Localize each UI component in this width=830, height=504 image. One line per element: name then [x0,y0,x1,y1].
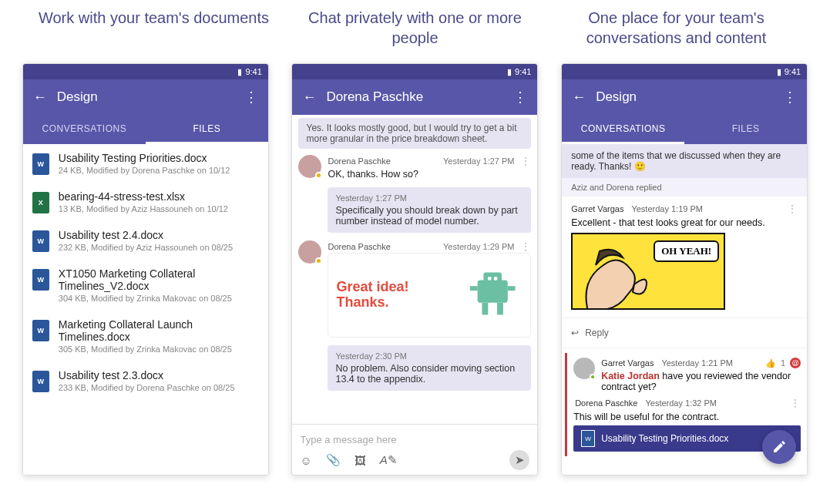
word-icon: W [32,371,49,392]
appbar-title: Design [49,89,242,105]
image-button[interactable]: 🖼 [355,454,366,467]
message-more-button[interactable]: ⋮ [520,240,531,253]
message-timestamp: Yesterday 2:30 PM [335,351,523,361]
back-button[interactable]: ← [31,89,49,106]
file-meta: 232 KB, Modified by Aziz Hassouneh on 08… [59,243,233,252]
word-icon: W [32,320,49,341]
battery-icon: ▮ [507,67,512,77]
compose-bar: Type a message here ☺ 📎 🖼 A✎ ➤ [292,424,537,475]
file-meta: 13 KB, Modified by Aziz Hassouneh on 10/… [59,204,228,213]
message-row[interactable]: Dorena Paschke Yesterday 1:29 PM ⋮ Great… [298,240,531,338]
presence-away-icon [315,257,322,264]
mention[interactable]: Katie Jordan [601,371,660,381]
post-timestamp: Yesterday 1:19 PM [631,204,703,213]
avatar [573,358,595,379]
message-self[interactable]: Yesterday 1:27 PM Specifically you shoul… [328,187,531,233]
divider [562,348,807,348]
phone-conversations: ▮ 9:41 ← Design ⋮ CONVERSATIONS FILES so… [561,63,808,475]
quoted-message: some of the items that we discussed when… [562,144,807,178]
more-menu-button[interactable]: ⋮ [242,89,260,106]
emoji-button[interactable]: ☺ [300,454,311,467]
avatar [298,155,321,178]
new-post-fab[interactable] [762,430,796,464]
file-meta: 24 KB, Modified by Dorena Paschke on 10/… [59,166,230,175]
message-row[interactable]: Dorena Paschke Yesterday 1:27 PM ⋮ OK, t… [298,155,531,180]
message-partial: Yes. It looks mostly good, but I would t… [298,118,531,149]
tab-conversations[interactable]: CONVERSATIONS [562,115,684,144]
status-bar: ▮ 9:41 [292,64,537,79]
message-self[interactable]: Yesterday 2:30 PM No problem. Also consi… [328,345,531,391]
chat-scroll[interactable]: Yes. It looks mostly good, but I would t… [292,115,537,424]
message-body: Specifically you should break down by pa… [335,205,523,227]
file-name: Usability Testing Priorities.docx [59,152,230,164]
tab-files[interactable]: FILES [146,115,268,144]
send-button[interactable]: ➤ [509,450,529,470]
file-meta: 233 KB, Modified by Dorena Paschke on 08… [59,383,235,392]
battery-icon: ▮ [237,67,242,77]
thread-message[interactable]: Garret Vargas Yesterday 1:21 PM 👍 1 @ Ka… [573,358,801,392]
file-name: Usability test 2.3.docx [59,369,235,381]
app-bar: ← Dorena Paschke ⋮ [292,79,537,115]
conversation-scroll[interactable]: some of the items that we discussed when… [562,144,807,475]
more-menu-button[interactable]: ⋮ [511,89,529,106]
file-name: Marketing Collateral Launch Timelines.do… [59,318,259,343]
back-button[interactable]: ← [570,89,588,106]
attach-button[interactable]: 📎 [326,453,341,467]
word-icon: W [32,153,49,175]
message-author: Dorena Paschke [328,242,390,251]
app-bar: ← Design ⋮ [562,79,807,115]
file-name: Usability test 2.4.docx [59,229,233,241]
message-body: OK, thanks. How so? [328,169,531,180]
status-bar: ▮ 9:41 [23,64,268,79]
svg-rect-6 [482,303,489,315]
meme-image: OH YEAH! [571,233,725,310]
tab-conversations[interactable]: CONVERSATIONS [23,115,146,144]
tab-files[interactable]: FILES [684,115,807,144]
compose-input[interactable]: Type a message here [300,429,529,450]
attachment-name: Usability Testing Priorities.docx [601,433,728,444]
file-row[interactable]: W Usability test 2.3.docx 233 KB, Modifi… [23,361,268,400]
file-row[interactable]: W Usability test 2.4.docx 232 KB, Modifi… [23,221,268,260]
thread-author: Garret Vargas [601,358,654,368]
phone-chat: ▮ 9:41 ← Dorena Paschke ⋮ Yes. It looks … [291,63,538,475]
post-more-button[interactable]: ⋮ [787,203,798,215]
file-meta: 304 KB, Modified by Zrinka Makovac on 08… [59,294,259,303]
like-icon[interactable]: 👍 [765,358,776,368]
thread-body: This will be useful for the contract. [573,412,801,422]
file-row[interactable]: W Marketing Collateral Launch Timelines.… [23,311,268,361]
post[interactable]: Garret Vargas Yesterday 1:19 PM ⋮ Excell… [562,197,807,313]
replies-summary[interactable]: Aziz and Dorena replied [562,178,807,197]
svg-rect-5 [508,286,516,291]
file-row[interactable]: X bearing-44-stress-test.xlsx 13 KB, Mod… [23,183,268,221]
message-more-button[interactable]: ⋮ [520,155,531,167]
file-name: XT1050 Marketing Collateral Timelines_V2… [59,267,259,292]
format-button[interactable]: A✎ [380,453,398,467]
reply-button[interactable]: ↩ Reply [562,323,807,343]
mention-badge-icon: @ [790,358,801,368]
message-timestamp: Yesterday 1:27 PM [335,193,523,203]
files-list: W Usability Testing Priorities.docx 24 K… [23,144,268,475]
word-icon: W [581,430,595,447]
message-timestamp: Yesterday 1:29 PM [443,242,515,251]
file-row[interactable]: W XT1050 Marketing Collateral Timelines_… [23,260,268,311]
more-menu-button[interactable]: ⋮ [781,89,799,106]
file-row[interactable]: W Usability Testing Priorities.docx 24 K… [23,144,268,183]
svg-rect-1 [484,273,502,285]
reply-icon: ↩ [571,328,579,338]
svg-rect-7 [497,303,503,315]
thread-timestamp: Yesterday 1:21 PM [661,358,733,368]
svg-point-3 [494,277,498,281]
compose-icon [771,439,787,455]
caption-3: One place for your team's conversations … [546,8,807,48]
message-author: Dorena Paschke [328,156,390,166]
sticker-text: Great idea! Thanks. [336,280,462,311]
avatar [298,240,321,264]
appbar-title: Design [588,89,781,105]
post-body: Excellent - that test looks great for ou… [571,217,798,228]
back-button[interactable]: ← [300,89,318,106]
tab-bar: CONVERSATIONS FILES [562,115,807,144]
thread-more-button[interactable]: ⋮ [790,397,801,409]
thread-timestamp: Yesterday 1:32 PM [645,398,717,408]
status-time: 9:41 [515,67,531,76]
appbar-title: Dorena Paschke [318,89,511,105]
